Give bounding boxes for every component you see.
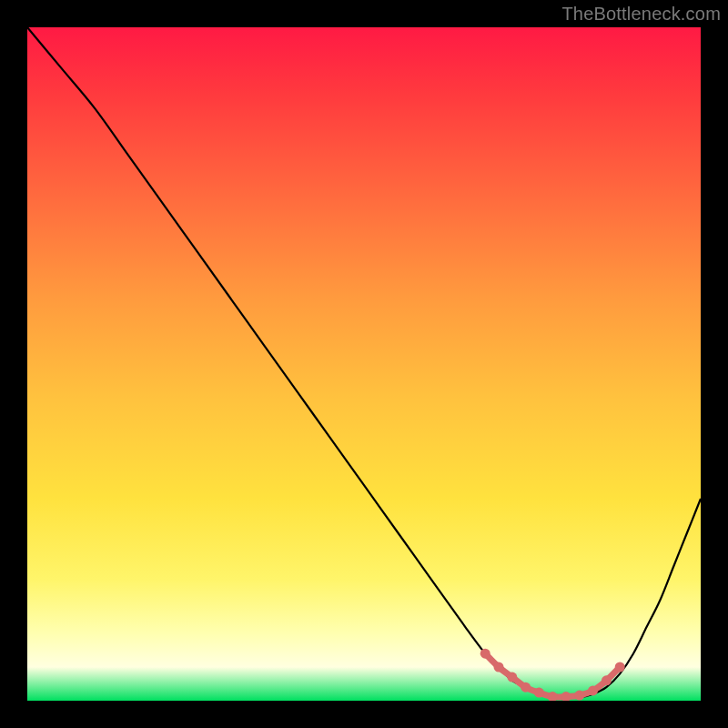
plot-area xyxy=(27,27,701,701)
highlight-dot xyxy=(507,672,517,682)
highlight-dot xyxy=(534,688,544,698)
highlight-dots xyxy=(480,649,625,701)
bottleneck-chart xyxy=(27,27,701,701)
watermark-text: TheBottleneck.com xyxy=(561,4,721,25)
highlight-dot xyxy=(602,675,612,685)
highlight-dot xyxy=(574,691,584,701)
highlight-dot xyxy=(615,662,625,672)
highlight-dot xyxy=(494,662,504,672)
bottleneck-curve-line xyxy=(27,27,701,698)
highlight-dot xyxy=(561,692,571,701)
highlight-dot xyxy=(480,649,490,659)
highlight-dot xyxy=(521,682,531,693)
highlight-dot xyxy=(588,685,598,695)
